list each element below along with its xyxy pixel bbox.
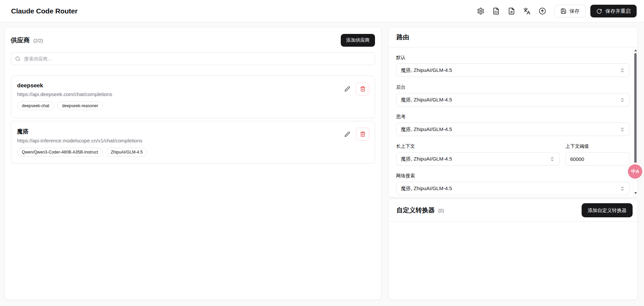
provider-search: [11, 52, 375, 65]
translate-fab[interactable]: 中A: [628, 164, 642, 179]
provider-card: deepseek https://api.deepseek.com/chat/c…: [11, 76, 375, 118]
router-panel: 路由 默认 魔搭, ZhipuAI/GLM-4.5 后台 魔搭, ZhipuAI…: [388, 27, 638, 198]
field-label: 默认: [396, 55, 630, 61]
model-tag: ZhipuAI/GLM-4.5: [106, 148, 147, 157]
select-value: 魔搭, ZhipuAI/GLM-4.5: [401, 67, 452, 74]
log-file-icon: [508, 7, 515, 15]
select-value: 魔搭, ZhipuAI/GLM-4.5: [401, 156, 452, 162]
json-file-icon: [492, 7, 500, 15]
save-label: 保存: [570, 8, 580, 14]
transformers-heading: 自定义转换器 (0): [396, 206, 444, 215]
router-background-select[interactable]: 魔搭, ZhipuAI/GLM-4.5: [396, 93, 630, 106]
chevrons-up-down-icon: [620, 97, 625, 102]
chevrons-up-down-icon: [620, 68, 625, 73]
update-button[interactable]: [536, 4, 549, 18]
app-header: Claude Code Router 保存 保存并: [0, 0, 644, 23]
field-label: 后台: [396, 84, 630, 90]
json-config-button[interactable]: [489, 4, 503, 18]
providers-heading: 供应商 (2/2): [11, 36, 43, 45]
provider-card: 魔搭 https://api-inference.modelscope.cn/v…: [11, 121, 375, 164]
trash-icon: [360, 131, 366, 137]
transformers-panel-head: 自定义转换器 (0) 添加自定义转换器: [388, 199, 638, 222]
save-icon: [560, 8, 567, 14]
transformers-panel: 自定义转换器 (0) 添加自定义转换器: [388, 199, 638, 300]
scroll-down-arrow-icon[interactable]: [634, 192, 637, 194]
save-restart-label: 保存并重启: [605, 8, 631, 14]
router-default-select[interactable]: 魔搭, ZhipuAI/GLM-4.5: [396, 63, 630, 77]
refresh-icon: [596, 8, 602, 14]
providers-title: 供应商: [11, 37, 30, 44]
select-value: 魔搭, ZhipuAI/GLM-4.5: [401, 97, 452, 103]
router-web-search-select[interactable]: 魔搭, ZhipuAI/GLM-4.5: [396, 182, 630, 195]
context-threshold-input[interactable]: [566, 152, 630, 166]
pencil-icon: [344, 86, 350, 92]
transformers-title: 自定义转换器: [396, 207, 435, 214]
chevrons-up-down-icon: [550, 157, 555, 162]
trash-icon: [360, 86, 366, 92]
select-value: 魔搭, ZhipuAI/GLM-4.5: [401, 126, 452, 133]
router-field-web-search: 网络搜索 魔搭, ZhipuAI/GLM-4.5: [396, 173, 630, 195]
translate-icon: [523, 7, 531, 15]
pencil-icon: [344, 131, 350, 137]
chevrons-up-down-icon: [620, 186, 625, 191]
providers-panel-head: 供应商 (2/2) 添加供应商: [11, 34, 375, 47]
model-tag: Qwen/Qwen3-Coder-480B-A35B-Instruct: [17, 148, 103, 157]
router-field-long-context-row: 长上下文 魔搭, ZhipuAI/GLM-4.5 上下文阈值: [396, 143, 630, 166]
provider-url: https://api.deepseek.com/chat/completion…: [17, 91, 369, 97]
search-icon: [15, 56, 20, 61]
translate-fab-label: 中A: [631, 169, 639, 175]
search-input[interactable]: [23, 56, 371, 62]
providers-panel: 供应商 (2/2) 添加供应商 deepseek https://api.dee…: [4, 27, 381, 300]
provider-model-tags: deepseek-chat deepseek-reasoner: [17, 101, 369, 110]
page: Claude Code Router 保存 保存并: [0, 0, 644, 306]
provider-actions: [341, 82, 369, 95]
provider-name: 魔搭: [17, 128, 369, 135]
scroll-thumb[interactable]: [634, 53, 637, 164]
save-button[interactable]: 保存: [554, 5, 586, 17]
provider-list: deepseek https://api.deepseek.com/chat/c…: [11, 76, 375, 164]
providers-count: (2/2): [33, 38, 43, 43]
router-field-long-context: 长上下文 魔搭, ZhipuAI/GLM-4.5: [396, 143, 559, 166]
settings-button[interactable]: [474, 4, 487, 18]
model-tag: deepseek-chat: [17, 101, 54, 110]
router-field-think: 思考 魔搭, ZhipuAI/GLM-4.5: [396, 114, 630, 136]
translate-button[interactable]: [520, 4, 534, 18]
context-threshold-label: 上下文阈值: [566, 143, 630, 149]
router-title: 路由: [396, 33, 409, 42]
router-field-default: 默认 魔搭, ZhipuAI/GLM-4.5: [396, 55, 630, 77]
provider-actions: [341, 128, 369, 141]
edit-provider-button[interactable]: [341, 129, 353, 140]
router-think-select[interactable]: 魔搭, ZhipuAI/GLM-4.5: [396, 123, 630, 136]
transformers-count: (0): [438, 208, 444, 213]
arrow-up-circle-icon: [539, 7, 546, 15]
router-field-threshold: 上下文阈值: [566, 143, 630, 166]
field-label: 网络搜索: [396, 173, 630, 179]
scroll-up-arrow-icon[interactable]: [634, 49, 637, 51]
router-field-background: 后台 魔搭, ZhipuAI/GLM-4.5: [396, 84, 630, 106]
provider-url: https://api-inference.modelscope.cn/v1/c…: [17, 138, 369, 143]
add-transformer-button[interactable]: 添加自定义转换器: [582, 203, 633, 217]
field-label: 思考: [396, 114, 630, 120]
router-long-context-select[interactable]: 魔搭, ZhipuAI/GLM-4.5: [396, 152, 559, 166]
log-button[interactable]: [505, 4, 518, 18]
delete-provider-button[interactable]: [356, 128, 369, 141]
model-tag: deepseek-reasoner: [57, 101, 103, 110]
gear-icon: [477, 7, 484, 15]
router-body: 默认 魔搭, ZhipuAI/GLM-4.5 后台 魔搭, ZhipuAI/GL…: [388, 47, 638, 195]
add-provider-button[interactable]: 添加供应商: [341, 34, 375, 47]
select-value: 魔搭, ZhipuAI/GLM-4.5: [401, 185, 452, 192]
delete-provider-button[interactable]: [356, 82, 369, 95]
chevrons-up-down-icon: [620, 127, 625, 132]
router-panel-head: 路由: [388, 27, 638, 47]
app-title: Claude Code Router: [11, 7, 77, 15]
provider-name: deepseek: [17, 82, 369, 89]
header-actions: 保存 保存并重启: [474, 4, 637, 18]
field-label: 长上下文: [396, 143, 559, 149]
edit-provider-button[interactable]: [341, 83, 353, 95]
provider-model-tags: Qwen/Qwen3-Coder-480B-A35B-Instruct Zhip…: [17, 148, 369, 157]
save-restart-button[interactable]: 保存并重启: [590, 5, 637, 17]
